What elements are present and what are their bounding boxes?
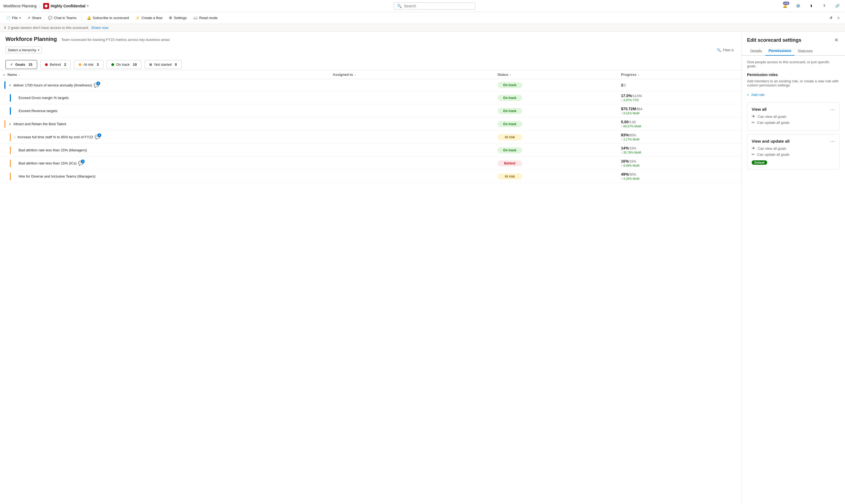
table-header-row: » Name ↕ Assigned to ↕ Status ↕ Progress… — [0, 70, 741, 79]
col-header-progress[interactable]: Progress ↕ — [618, 70, 741, 79]
help-button[interactable]: ? — [820, 2, 829, 11]
col-header-name[interactable]: » Name ↕ — [0, 70, 330, 79]
hierarchy-selector[interactable]: Select a hierarchy ▾ — [5, 47, 42, 53]
stat-behind-count: 2 — [64, 62, 66, 67]
status-cell: Behind — [494, 157, 618, 170]
search-input[interactable] — [404, 4, 472, 8]
svg-point-0 — [45, 4, 48, 7]
stat-on-track[interactable]: On track 10 — [107, 60, 142, 69]
not-started-dot — [149, 63, 152, 66]
download-button[interactable]: ⬇ — [807, 2, 815, 11]
add-role-button[interactable]: + Add role — [747, 92, 764, 98]
progress-cell: 5.00/5.00↑ 66.67% MoM — [618, 118, 741, 131]
share-link-button[interactable]: 🔗 — [833, 2, 842, 11]
progress-main: $70.72M — [621, 107, 636, 111]
badge-label: Highly Confidential — [51, 4, 86, 8]
view-all-title: View all — [752, 107, 835, 111]
stat-on-track-label: On track — [116, 62, 130, 67]
favorite-button[interactable]: ☆ — [835, 14, 842, 21]
refresh-button[interactable]: ↺ — [828, 14, 834, 21]
on-track-dot — [111, 63, 114, 66]
tab-permissions[interactable]: Permissions — [765, 47, 794, 56]
close-button[interactable]: ✕ — [833, 36, 840, 44]
scorecard-header: Workforce Planning Team scorecard for tr… — [0, 32, 741, 58]
read-mode-button[interactable]: 📖 Read mode — [191, 14, 220, 21]
status-cell: On track — [494, 79, 618, 91]
table-row: ∨Attract and Retain the Best TalentOn tr… — [0, 118, 741, 131]
expand-button[interactable]: ∨ — [7, 122, 12, 127]
assigned-to-cell — [330, 157, 494, 170]
progress-main: 2 — [621, 83, 623, 87]
subscribe-button[interactable]: 🔔 Subscribe to scorecard — [84, 14, 132, 21]
share-now-link[interactable]: Share now. — [91, 25, 109, 30]
settings-icon: ⚙ — [169, 16, 172, 20]
tab-statuses[interactable]: Statuses — [794, 47, 816, 56]
filter-button[interactable]: 🔍 Filter b — [715, 47, 736, 53]
stat-not-started-label: Not started — [154, 62, 172, 67]
comment-container: 💬 2 — [94, 83, 99, 88]
stat-behind[interactable]: Behind 2 — [40, 60, 71, 69]
chat-in-teams-button[interactable]: 💬 Chat in Teams — [45, 14, 80, 21]
goal-name: Increase full time staff % to 85% by end… — [17, 135, 93, 139]
progress-target: /2 — [623, 84, 626, 87]
side-panel: Edit scorecard settings ✕ Details Permis… — [741, 32, 845, 504]
info-message: 2 goals owners don't have access to this… — [8, 25, 89, 30]
expand-all-icon: » — [3, 73, 5, 76]
table-row: Exceed Revenue targetsOn track$70.72M/$6… — [0, 105, 741, 118]
view-update-all-more-button[interactable]: ⋯ — [829, 138, 836, 145]
view-all-more-button[interactable]: ⋯ — [829, 106, 836, 113]
perm-update-label-1: Can update all goals — [757, 121, 790, 125]
tab-details[interactable]: Details — [747, 47, 765, 56]
add-icon: + — [747, 93, 749, 97]
table-row: Hire for Diverse and Inclusive Teams (Ma… — [0, 170, 741, 183]
app-badge[interactable]: Highly Confidential ▾ — [43, 3, 89, 9]
comment-badge: 1 — [98, 133, 101, 137]
status-badge: On track — [497, 121, 522, 127]
table-row: Bad attrition rate less than 15% (Manage… — [0, 144, 741, 157]
settings-button[interactable]: ⚙ Settings — [166, 14, 189, 21]
share-label: Share — [32, 16, 41, 20]
search-box[interactable]: 🔍 — [393, 2, 475, 10]
expand-button[interactable]: › — [13, 135, 16, 140]
col-header-assigned[interactable]: Assigned to ↕ — [330, 70, 494, 79]
panel-description: Give people access to this scorecard, or… — [747, 60, 840, 68]
assigned-sort-icon: ↕ — [354, 73, 356, 76]
progress-target: /15% — [629, 160, 636, 163]
expand-button[interactable]: ∨ — [7, 83, 12, 88]
col-header-status[interactable]: Status ↕ — [494, 70, 618, 79]
perm-view-label-2: Can view all goals — [758, 146, 786, 150]
stat-not-started[interactable]: Not started 0 — [145, 60, 181, 69]
progress-target: /5.00 — [629, 120, 636, 124]
progress-cell: 2/2 — [618, 79, 741, 91]
side-panel-title: Edit scorecard settings — [747, 37, 801, 43]
stat-at-risk-count: 3 — [96, 62, 99, 67]
notification-button[interactable]: 🔔 119 — [780, 2, 789, 11]
create-flow-button[interactable]: ⚡ Create a flow — [133, 14, 165, 21]
stat-goals-count: 15 — [29, 62, 32, 67]
goal-name: Bad attrition rate less than 15% (ICs) — [19, 161, 76, 165]
progress-target: /14.6% — [632, 94, 642, 98]
file-chevron-icon: ▾ — [19, 16, 21, 19]
share-button[interactable]: ↗ Share — [24, 14, 44, 21]
refresh-icon: ↺ — [829, 16, 832, 20]
stat-goals-label: Goals — [15, 62, 25, 67]
share-icon: 🔗 — [835, 4, 840, 8]
edit-icon-1: ✏ — [752, 120, 755, 125]
scorecard-title: Workforce Planning — [5, 36, 57, 42]
stat-goals[interactable]: ✓ Goals 15 — [5, 60, 37, 69]
nav-separator: | — [39, 4, 40, 8]
nav-right: 🔔 119 ⚙️ ⬇ ? 🔗 — [780, 2, 842, 11]
progress-cell: 83%/85%↑ 3.17% MoM — [618, 131, 741, 144]
status-sort-icon: ↕ — [510, 73, 511, 76]
goal-name: Exceed Revenue targets — [19, 109, 57, 113]
table-row: Bad attrition rate less than 15% (ICs) 💬… — [0, 157, 741, 170]
settings-icon-button[interactable]: ⚙️ — [794, 2, 803, 11]
progress-delta: ↑ 66.67% MoM — [621, 125, 641, 128]
hierarchy-chevron-icon: ▾ — [38, 49, 39, 52]
color-bar — [10, 173, 11, 180]
side-panel-header: Edit scorecard settings ✕ — [742, 32, 845, 47]
file-button[interactable]: 📄 File ▾ — [3, 14, 23, 21]
info-bar: ℹ 2 goals owners don't have access to th… — [0, 24, 845, 32]
stat-at-risk[interactable]: At risk 3 — [74, 60, 103, 69]
help-icon: ? — [823, 4, 825, 8]
